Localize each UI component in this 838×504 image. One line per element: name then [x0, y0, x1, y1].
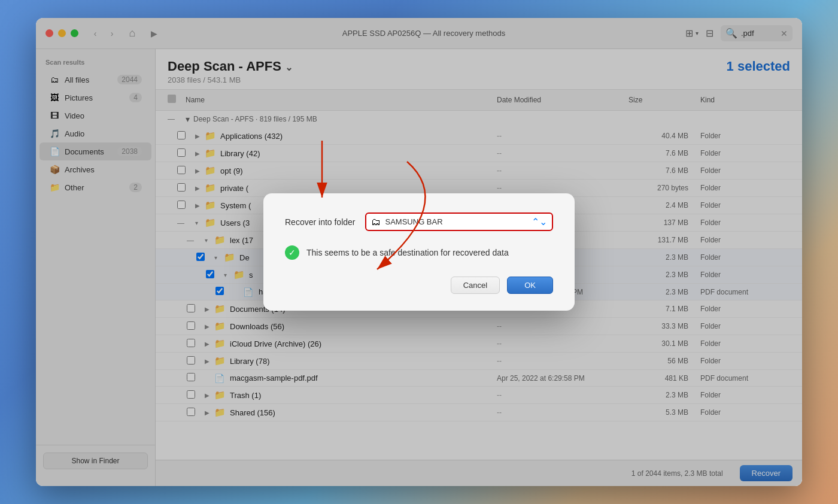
drive-icon: 🗂 — [371, 217, 381, 227]
dialog-status: ✓ This seems to be a safe destination fo… — [285, 245, 553, 260]
cancel-button[interactable]: Cancel — [451, 277, 500, 294]
dialog-overlay: Recover into folder 🗂 SAMSUNG BAR ⌃⌄ ✓ T… — [36, 18, 802, 486]
folder-selector[interactable]: 🗂 SAMSUNG BAR ⌃⌄ — [365, 212, 553, 231]
dialog-folder-row: Recover into folder 🗂 SAMSUNG BAR ⌃⌄ — [285, 212, 553, 231]
status-text: This seems to be a safe destination for … — [306, 248, 509, 257]
app-window: ‹ › ⌂ ▶ APPLE SSD AP0256Q — All recovery… — [36, 18, 802, 486]
recover-dialog: Recover into folder 🗂 SAMSUNG BAR ⌃⌄ ✓ T… — [263, 193, 575, 311]
dialog-buttons: Cancel OK — [285, 277, 553, 294]
status-check-icon: ✓ — [285, 245, 299, 260]
ok-button[interactable]: OK — [507, 277, 553, 294]
folder-name: SAMSUNG BAR — [385, 217, 527, 226]
folder-chevron-icon[interactable]: ⌃⌄ — [532, 216, 547, 227]
dialog-recover-label: Recover into folder — [285, 217, 356, 227]
